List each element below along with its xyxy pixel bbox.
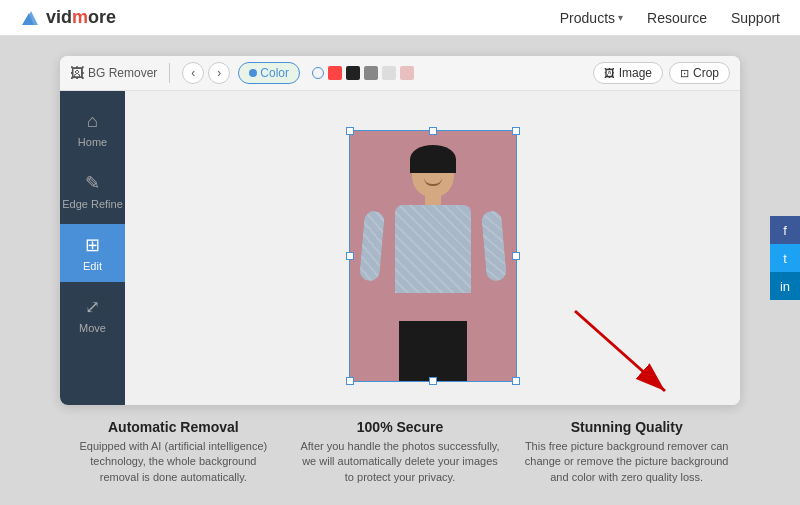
toolbar: 🖼 BG Remover ‹ › Color	[60, 56, 740, 91]
handle-top-right[interactable]	[512, 127, 520, 135]
nav-support[interactable]: Support	[731, 10, 780, 26]
sidebar-item-move[interactable]: ⤢ Move	[60, 286, 125, 344]
feature-title-0: Automatic Removal	[70, 419, 277, 435]
linkedin-btn[interactable]: in	[770, 272, 800, 300]
home-icon: ⌂	[87, 111, 98, 132]
canvas-area	[125, 91, 740, 405]
feature-title-2: Stunning Quality	[523, 419, 730, 435]
header: vidmore Products ▾ Resource Support	[0, 0, 800, 36]
bg-remover-tab: 🖼 BG Remover	[70, 65, 157, 81]
toolbar-nav: ‹ ›	[182, 62, 230, 84]
twitter-btn[interactable]: t	[770, 244, 800, 272]
handle-bottom-mid[interactable]	[429, 377, 437, 385]
feature-title-1: 100% Secure	[297, 419, 504, 435]
app-window: 🖼 BG Remover ‹ › Color	[60, 56, 740, 405]
pink-swatch[interactable]	[400, 66, 414, 80]
feature-desc-1: After you handle the photos successfully…	[297, 439, 504, 485]
features-row: Automatic Removal Equipped with AI (arti…	[60, 419, 740, 485]
color-mode-btn[interactable]: Color	[238, 62, 300, 84]
arrow-annotation	[555, 291, 685, 405]
color-swatches	[312, 66, 414, 80]
red-swatch[interactable]	[328, 66, 342, 80]
sidebar-item-edge-refine[interactable]: ✎ Edge Refine	[60, 162, 125, 220]
color-dot	[249, 69, 257, 77]
handle-bottom-left[interactable]	[346, 377, 354, 385]
sidebar: ⌂ Home ✎ Edge Refine ⊞ Edit ⤢ Move	[60, 91, 125, 405]
feature-desc-2: This free picture background remover can…	[523, 439, 730, 485]
edit-icon: ⊞	[85, 234, 100, 256]
image-container[interactable]	[349, 130, 517, 382]
handle-top-mid[interactable]	[429, 127, 437, 135]
handle-left-mid[interactable]	[346, 252, 354, 260]
feature-secure: 100% Secure After you handle the photos …	[287, 419, 514, 485]
toolbar-right: 🖼 Image ⊡ Crop	[593, 62, 730, 84]
crop-btn[interactable]: ⊡ Crop	[669, 62, 730, 84]
image-btn[interactable]: 🖼 Image	[593, 62, 663, 84]
social-sidebar: f t in	[770, 216, 800, 300]
handle-top-left[interactable]	[346, 127, 354, 135]
gray-swatch[interactable]	[364, 66, 378, 80]
black-swatch[interactable]	[346, 66, 360, 80]
handle-right-mid[interactable]	[512, 252, 520, 260]
transparent-swatch[interactable]	[312, 67, 324, 79]
main-area: 🖼 BG Remover ‹ › Color	[0, 36, 800, 505]
nav-forward-btn[interactable]: ›	[208, 62, 230, 84]
logo-text: vidmore	[46, 7, 116, 28]
svg-line-3	[575, 311, 665, 391]
nav-products[interactable]: Products ▾	[560, 10, 623, 26]
light-swatch[interactable]	[382, 66, 396, 80]
logo-icon	[20, 7, 42, 29]
feature-auto-removal: Automatic Removal Equipped with AI (arti…	[60, 419, 287, 485]
feature-desc-0: Equipped with AI (artificial intelligenc…	[70, 439, 277, 485]
crop-icon: ⊡	[680, 67, 689, 80]
nav-back-btn[interactable]: ‹	[182, 62, 204, 84]
nav-resource[interactable]: Resource	[647, 10, 707, 26]
header-nav: Products ▾ Resource Support	[560, 10, 780, 26]
move-icon: ⤢	[85, 296, 100, 318]
sidebar-item-edit[interactable]: ⊞ Edit	[60, 224, 125, 282]
sidebar-item-home[interactable]: ⌂ Home	[60, 101, 125, 158]
feature-quality: Stunning Quality This free picture backg…	[513, 419, 740, 485]
app-body: ⌂ Home ✎ Edge Refine ⊞ Edit ⤢ Move	[60, 91, 740, 405]
handle-bottom-right[interactable]	[512, 377, 520, 385]
logo: vidmore	[20, 7, 116, 29]
chevron-down-icon: ▾	[618, 12, 623, 23]
edge-refine-icon: ✎	[85, 172, 100, 194]
facebook-btn[interactable]: f	[770, 216, 800, 244]
image-icon: 🖼	[604, 67, 615, 79]
